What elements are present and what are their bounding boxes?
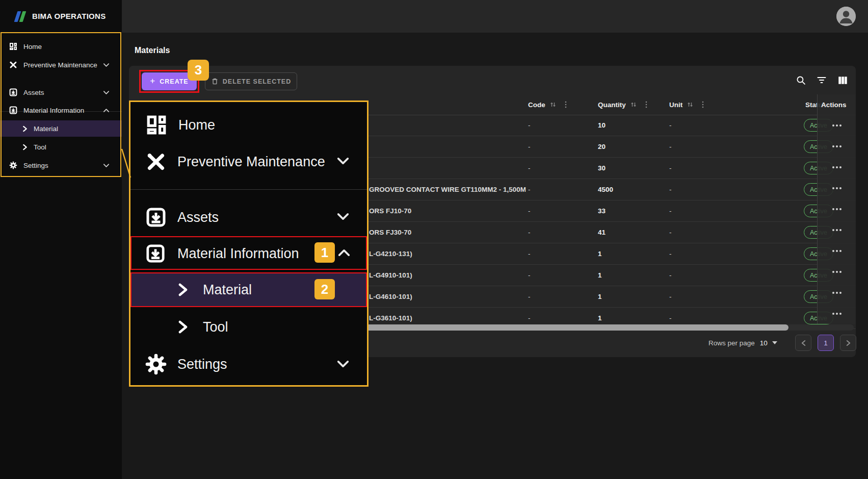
tools-icon <box>9 61 17 69</box>
row-actions-button[interactable] <box>818 261 856 282</box>
delete-selected-label: DELETE SELECTED <box>223 78 291 85</box>
row-actions-button[interactable] <box>818 219 856 240</box>
column-header-code: Code <box>528 94 567 115</box>
dots-icon <box>832 166 834 168</box>
column-menu-icon[interactable] <box>645 101 647 108</box>
material-code: - <box>528 115 531 136</box>
sidebar-item-label: Home <box>23 43 42 51</box>
page-1-button[interactable]: 1 <box>818 335 834 351</box>
column-label: Code <box>528 101 545 109</box>
chevron-down-icon <box>103 90 110 95</box>
material-code: - <box>528 158 531 179</box>
delete-selected-button[interactable]: DELETE SELECTED <box>205 72 297 90</box>
overlay-item-home[interactable]: Home <box>146 111 215 139</box>
rows-per-page-select[interactable]: Rows per page 10 <box>708 335 777 351</box>
material-quantity: 1 <box>598 265 602 286</box>
sidebar-item-tool[interactable]: Tool <box>0 138 122 156</box>
plus-icon: + <box>150 76 155 86</box>
rows-per-page-label: Rows per page <box>708 339 755 347</box>
overlay-item-label: Assets <box>177 210 219 225</box>
overlay-item-label: Material Information <box>177 246 299 262</box>
previous-page-button[interactable] <box>795 335 811 351</box>
material-name: L-G4910-101) <box>369 265 412 286</box>
material-quantity: 20 <box>598 136 606 157</box>
chevron-up-icon <box>337 248 351 257</box>
material-quantity: 30 <box>598 158 606 179</box>
column-label: Unit <box>669 101 682 109</box>
dots-icon <box>832 187 834 189</box>
gear-icon <box>145 353 167 375</box>
material-unit: - <box>669 115 672 136</box>
dashboard-icon <box>9 42 17 51</box>
overlay-item-tool[interactable]: Tool <box>177 316 228 338</box>
material-name: L-G4210-131) <box>369 243 412 264</box>
column-menu-icon[interactable] <box>702 101 704 108</box>
sidebar-item-material[interactable]: Material <box>0 120 122 137</box>
annotation-step-1-badge: 1 <box>314 242 335 263</box>
chevron-down-icon <box>336 157 350 165</box>
overlay-item-label: Preventive Maintenance <box>177 154 325 170</box>
chevron-right-icon <box>22 144 28 150</box>
columns-icon <box>838 75 848 85</box>
material-unit: - <box>669 243 672 264</box>
chevron-up-icon <box>103 108 110 113</box>
brand-name: BIMA OPERATIONS <box>32 12 106 20</box>
column-menu-icon[interactable] <box>565 101 567 108</box>
overlay-item-material[interactable]: Material <box>177 279 252 300</box>
columns-button[interactable] <box>835 73 850 87</box>
material-unit: - <box>669 200 672 221</box>
row-actions-button[interactable] <box>818 178 856 198</box>
material-quantity: 10 <box>598 115 606 136</box>
row-actions-button[interactable] <box>818 115 856 136</box>
overlay-item-label: Tool <box>203 319 228 335</box>
sort-icon[interactable] <box>630 102 637 108</box>
sort-icon[interactable] <box>687 102 693 108</box>
material-quantity: 33 <box>598 200 606 221</box>
chevron-right-icon <box>846 340 851 346</box>
dots-icon <box>832 271 834 273</box>
material-quantity: 41 <box>598 222 606 243</box>
user-avatar[interactable] <box>836 7 856 26</box>
sidebar-item-label: Material <box>34 125 58 133</box>
column-header-quantity: Quantity <box>598 94 647 115</box>
overlay-item-material-information[interactable]: Material Information <box>146 243 299 264</box>
next-page-button[interactable] <box>840 335 856 351</box>
overlay-item-assets[interactable]: Assets <box>146 204 219 231</box>
sidebar-item-material-information[interactable]: Material Information <box>0 102 122 119</box>
material-unit: - <box>669 222 672 243</box>
sidebar-item-assets[interactable]: Assets <box>0 84 122 101</box>
material-information-icon <box>146 244 165 263</box>
dots-icon <box>832 313 834 315</box>
material-quantity: 4500 <box>598 179 613 200</box>
row-actions-button[interactable] <box>818 198 856 219</box>
column-header-unit: Unit <box>669 94 704 115</box>
sidebar-item-home[interactable]: Home <box>0 38 122 55</box>
row-actions-button[interactable] <box>818 282 856 303</box>
sort-icon[interactable] <box>550 102 556 108</box>
sidebar-item-preventive-maintenance[interactable]: Preventive Maintenance <box>0 56 122 73</box>
dots-icon <box>832 250 834 252</box>
row-actions-button[interactable] <box>818 157 856 178</box>
material-quantity: 1 <box>598 286 602 307</box>
material-unit: - <box>669 158 672 179</box>
overlay-item-label: Settings <box>177 357 227 372</box>
search-button[interactable] <box>794 73 808 87</box>
sidebar: Home Preventive Maintenance Assets <box>0 33 122 479</box>
dots-icon <box>832 229 834 231</box>
row-actions-button[interactable] <box>818 136 856 157</box>
sidebar-item-settings[interactable]: Settings <box>0 157 122 174</box>
overlay-divider <box>130 189 367 190</box>
sidebar-item-label: Settings <box>23 162 48 169</box>
chevron-down-icon <box>103 63 110 67</box>
search-icon <box>796 75 806 85</box>
overlay-item-settings[interactable]: Settings <box>145 352 227 376</box>
page-title: Materials <box>135 46 170 55</box>
person-icon <box>836 7 856 26</box>
filter-button[interactable] <box>814 73 829 87</box>
filter-icon <box>817 75 827 85</box>
material-unit: - <box>669 179 672 200</box>
overlay-item-preventive-maintenance[interactable]: Preventive Maintenance <box>146 149 325 174</box>
row-actions-button[interactable] <box>818 240 856 261</box>
dots-icon <box>832 145 834 147</box>
row-actions-button[interactable] <box>818 303 856 324</box>
